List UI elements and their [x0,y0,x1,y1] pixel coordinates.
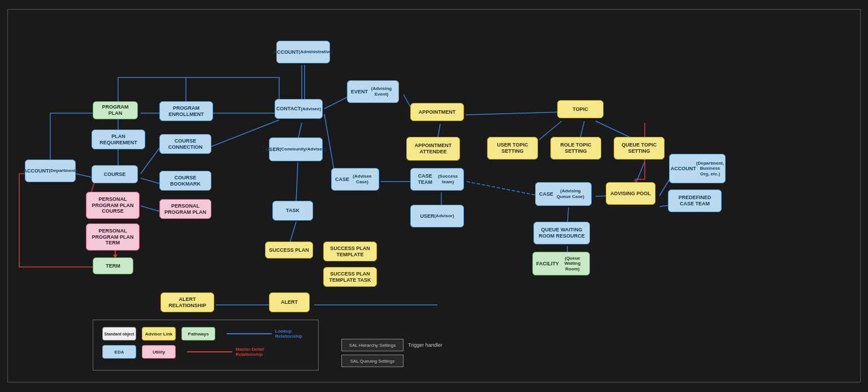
node-topic: TOPIC [557,100,604,118]
svg-line-22 [467,182,542,196]
node-case-advisee: CASE(Advisee Case) [331,168,379,191]
legend-masterdetail-label: Master-DetailRelationship [236,347,264,357]
node-course-bookmark: COURSEBOOKMARK [159,171,211,191]
legend: Standard object Advisor Link Pathways Lo… [93,320,319,371]
legend-lookup-line [227,333,272,334]
node-account-dept-biz: ACCOUNT(Department, Business Org, etc.) [669,154,726,183]
node-term: TERM [93,257,133,274]
node-user-topic-setting: USER TOPICSETTING [487,137,538,160]
legend-advisor-link: Advisor Link [142,327,176,341]
node-advising-pool: ADVISING POOL [606,182,656,205]
legend2: SAL Hierarchy Settings Trigger handler S… [341,339,442,371]
svg-line-10 [296,162,298,202]
legend-lookup-label: LookupRelationship [275,329,302,339]
node-user-advisor: USER(Advisor) [410,205,464,227]
svg-line-23 [635,161,645,185]
node-personal-program-plan-course: PERSONALPROGRAM PLANCOURSE [86,192,140,219]
svg-line-3 [141,178,160,184]
legend-standard-object: Standard object [102,327,136,341]
node-task: TASK [272,201,313,221]
node-case-queue: CASE(Advising Queue Case) [535,182,592,206]
legend2-sal-queuing: SAL Queuing Settings [341,355,403,367]
diagram-container: ACCOUNT(Department) PROGRAMPLAN PROGRAME… [7,9,861,382]
svg-line-4 [141,206,160,212]
node-alert: ALERT [269,292,310,312]
node-personal-program-plan-term: PERSONALPROGRAM PLANTERM [86,223,140,251]
node-account-admin: ACCOUNT(Administrative) [276,41,330,63]
node-predefined-case-team: PREDEFINEDCASE TEAM [668,189,722,212]
node-plan-requirement: PLANREQUIREMENT [92,130,145,149]
legend-pathways: Pathways [181,327,215,341]
node-queue-topic-setting: QUEUE TOPICSETTING [614,137,665,160]
node-appointment: APPOINTMENT [410,103,464,121]
node-program-enrollment: PROGRAMENROLLMENT [159,101,213,121]
node-queue-waiting-room: QUEUE WAITINGROOM RESOURCE [533,222,590,244]
node-facility: FACILITY(Queue Waiting Room) [532,252,590,275]
node-account-dept: ACCOUNT(Department) [25,160,76,182]
node-course: COURSE [92,165,138,183]
svg-line-2 [141,147,160,174]
node-appointment-attendee: APPOINTMENTATTENDEE [406,137,460,161]
node-contact: CONTACT(Advisee) [275,99,323,119]
node-success-plan-template: SUCCESS PLANTEMPLATE [323,242,377,261]
node-user-community: USER(Community/Advisee) [269,137,323,161]
node-personal-program-plan: PERSONALPROGRAM PLAN [159,199,211,219]
node-event: EVENT(Advising Event) [347,80,399,103]
node-success-plan: SUCCESS PLAN [265,242,313,259]
legend2-trigger-handler: Trigger handler [408,342,442,348]
node-alert-relationship: ALERTRELATIONSHIP [160,292,214,312]
node-success-plan-template-task: SUCCESS PLANTEMPLATE TASK [323,267,377,287]
legend-masterdetail-line [187,351,232,352]
svg-line-17 [466,112,562,115]
node-program-plan: PROGRAMPLAN [93,101,138,119]
legend2-sal-hierarchy: SAL Hierarchy Settings [341,339,403,351]
svg-line-11 [289,222,296,244]
node-case-team: CASE TEAM(Success team) [410,168,464,191]
node-course-connection: COURSECONNECTION [159,134,211,154]
node-role-topic-setting: ROLE TOPICSETTING [550,137,601,160]
legend-eda: EDA [102,345,136,359]
legend-utility: Utility [142,345,176,359]
